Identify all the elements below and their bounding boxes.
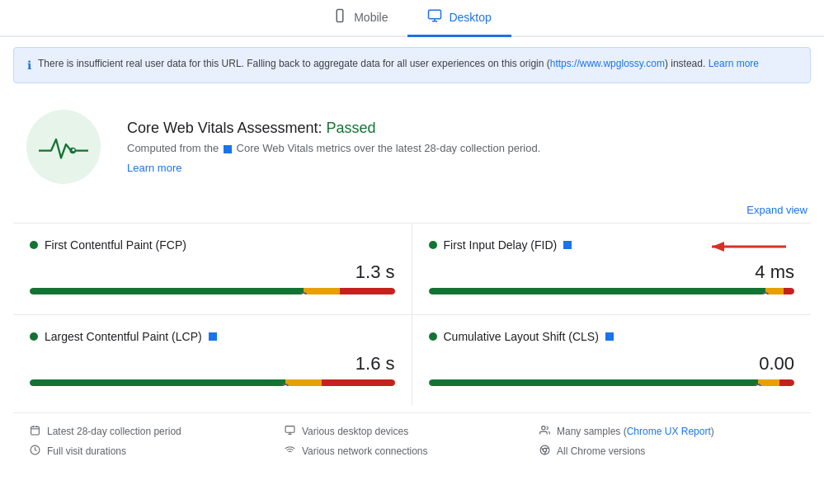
metric-fcp: First Contentful Paint (FCP) 1.3 s bbox=[13, 224, 412, 315]
svg-marker-8 bbox=[712, 242, 724, 252]
metric-lcp-value: 1.6 s bbox=[30, 353, 395, 374]
metric-fcp-header: First Contentful Paint (FCP) bbox=[30, 238, 395, 252]
metric-lcp: Largest Contentful Paint (LCP) 1.6 s bbox=[13, 315, 412, 406]
cls-orange-bar bbox=[758, 379, 780, 386]
banner-link[interactable]: https://www.wpglossy.com bbox=[550, 58, 665, 69]
mobile-icon bbox=[332, 8, 347, 26]
metrics-grid: First Contentful Paint (FCP) 1.3 s First… bbox=[13, 223, 811, 406]
footer-samples-text: Many samples (Chrome UX Report) bbox=[557, 426, 714, 437]
footer-period-text: Latest 28-day collection period bbox=[47, 426, 181, 437]
metric-lcp-blue-square bbox=[209, 332, 217, 341]
cwv-desc-main: Core Web Vitals metrics over the latest … bbox=[237, 142, 541, 154]
metric-lcp-name: Largest Contentful Paint (LCP) bbox=[45, 330, 202, 343]
metric-fid-header: First Input Delay (FID) bbox=[429, 238, 795, 252]
tab-desktop-label: Desktop bbox=[449, 11, 491, 24]
lcp-orange-bar bbox=[285, 379, 322, 386]
banner-learn-more[interactable]: Learn more bbox=[709, 58, 759, 69]
red-arrow-annotation bbox=[695, 235, 794, 258]
footer-devices-text: Various desktop devices bbox=[302, 426, 408, 437]
metric-fid-name: First Input Delay (FID) bbox=[444, 238, 558, 252]
cwv-icon-wrap bbox=[26, 110, 101, 184]
clock-icon bbox=[30, 445, 40, 458]
metric-fid: First Input Delay (FID) 4 ms bbox=[412, 224, 812, 315]
svg-rect-13 bbox=[285, 426, 294, 433]
svg-point-6 bbox=[73, 148, 75, 151]
footer-chrome-text: All Chrome versions bbox=[557, 445, 645, 457]
lcp-red-bar bbox=[322, 379, 395, 386]
tab-mobile[interactable]: Mobile bbox=[313, 0, 407, 37]
lcp-green-bar bbox=[30, 379, 285, 386]
metric-fcp-dot bbox=[30, 241, 38, 249]
metric-fcp-progress bbox=[30, 288, 395, 294]
footer-visit-text: Full visit durations bbox=[47, 445, 126, 457]
metric-cls-blue-square bbox=[605, 332, 614, 341]
metric-fcp-name: First Contentful Paint (FCP) bbox=[45, 238, 186, 252]
wifi-icon bbox=[285, 445, 295, 458]
people-icon bbox=[539, 425, 550, 438]
cwv-section: Core Web Vitals Assessment: Passed Compu… bbox=[0, 90, 824, 204]
metric-lcp-progress bbox=[30, 379, 395, 386]
metric-fid-value: 4 ms bbox=[429, 261, 795, 283]
pulse-icon bbox=[39, 130, 88, 163]
fcp-green-bar bbox=[30, 288, 304, 294]
cls-red-bar bbox=[779, 379, 794, 386]
metric-cls-dot bbox=[429, 332, 437, 341]
cwv-title-text: Core Web Vitals Assessment: bbox=[127, 120, 322, 136]
fcp-marker bbox=[300, 292, 307, 294]
info-banner: ℹ There is insufficient real user data f… bbox=[13, 47, 811, 83]
lcp-marker bbox=[282, 384, 289, 386]
metric-fid-progress bbox=[429, 288, 795, 294]
banner-text: There is insufficient real user data for… bbox=[38, 56, 759, 71]
tab-desktop[interactable]: Desktop bbox=[407, 0, 511, 37]
chrome-ux-report-link[interactable]: Chrome UX Report bbox=[627, 426, 711, 437]
metric-fid-dot bbox=[429, 241, 437, 249]
fid-green-bar bbox=[429, 288, 765, 294]
metric-cls-header: Cumulative Layout Shift (CLS) bbox=[429, 330, 795, 343]
svg-point-16 bbox=[542, 426, 545, 430]
calendar-icon bbox=[30, 425, 40, 438]
footer-item-period: Latest 28-day collection period bbox=[30, 425, 285, 438]
metric-cls-name: Cumulative Layout Shift (CLS) bbox=[444, 330, 599, 343]
cwv-title: Core Web Vitals Assessment: Passed bbox=[127, 120, 540, 137]
cls-green-bar bbox=[429, 379, 758, 386]
expand-row: Expand view bbox=[0, 204, 824, 223]
metric-cls-value: 0.00 bbox=[429, 353, 795, 374]
cwv-desc: Computed from the Core Web Vitals metric… bbox=[127, 140, 540, 157]
cls-marker bbox=[755, 384, 761, 386]
metric-fid-blue-square bbox=[563, 241, 572, 249]
monitor-icon bbox=[285, 425, 295, 438]
metric-cls: Cumulative Layout Shift (CLS) 0.00 bbox=[412, 315, 812, 406]
footer-network-text: Various network connections bbox=[302, 445, 428, 457]
footer-item-network: Various network connections bbox=[285, 445, 539, 458]
info-icon: ℹ bbox=[27, 57, 31, 74]
cwv-desc-prefix: Computed from the bbox=[127, 142, 219, 154]
footer-item-visit: Full visit durations bbox=[30, 445, 285, 458]
svg-rect-0 bbox=[337, 10, 343, 22]
fid-red-bar bbox=[784, 288, 794, 294]
metric-cls-progress bbox=[429, 379, 795, 386]
footer-item-chrome: All Chrome versions bbox=[539, 445, 794, 458]
footer-item-devices: Various desktop devices bbox=[285, 425, 539, 438]
svg-rect-9 bbox=[31, 426, 40, 435]
chrome-icon bbox=[539, 445, 550, 458]
fcp-orange-bar bbox=[304, 288, 340, 294]
cwv-blue-square bbox=[224, 145, 232, 153]
metric-lcp-header: Largest Contentful Paint (LCP) bbox=[30, 330, 395, 343]
fid-marker bbox=[762, 292, 769, 294]
footer-item-samples: Many samples (Chrome UX Report) bbox=[539, 425, 794, 438]
tab-bar: Mobile Desktop bbox=[0, 0, 824, 37]
expand-view-link[interactable]: Expand view bbox=[746, 204, 808, 216]
cwv-status: Passed bbox=[326, 120, 375, 136]
footer-info: Latest 28-day collection period Various … bbox=[13, 412, 811, 469]
cwv-learn-more[interactable]: Learn more bbox=[127, 162, 540, 174]
metric-lcp-dot bbox=[30, 332, 38, 341]
desktop-icon bbox=[427, 8, 442, 26]
metric-fcp-value: 1.3 s bbox=[30, 261, 395, 283]
tab-mobile-label: Mobile bbox=[354, 11, 388, 24]
svg-rect-2 bbox=[429, 10, 441, 19]
fcp-red-bar bbox=[340, 288, 394, 294]
cwv-content: Core Web Vitals Assessment: Passed Compu… bbox=[127, 120, 540, 174]
